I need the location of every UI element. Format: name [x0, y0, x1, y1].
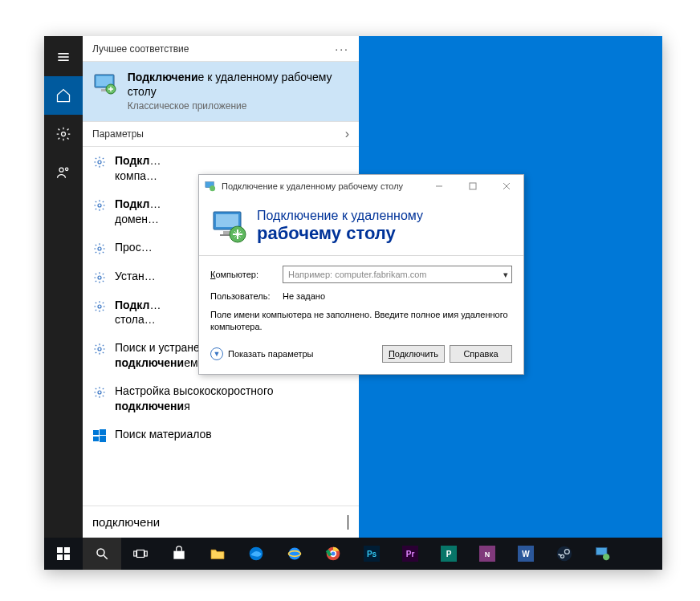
svg-point-16 — [98, 391, 101, 394]
result-item[interactable]: Настройка высокоскоростного подключения — [83, 377, 359, 420]
svg-rect-19 — [93, 437, 99, 441]
best-match-subtitle: Классическое приложение — [128, 100, 349, 113]
svg-rect-32 — [57, 547, 63, 553]
best-match-label: Лучшее соответствие — [92, 43, 189, 55]
svg-rect-34 — [57, 554, 63, 560]
connect-button[interactable]: Подключить — [382, 345, 445, 363]
minimize-button[interactable] — [422, 175, 456, 197]
svg-rect-17 — [93, 430, 99, 435]
svg-point-3 — [62, 132, 66, 136]
computer-label: Компьютер: — [210, 270, 276, 279]
svg-point-14 — [98, 305, 101, 308]
onenote-icon[interactable]: N — [468, 538, 507, 570]
svg-line-37 — [104, 555, 108, 559]
svg-point-15 — [98, 347, 101, 351]
svg-text:Ps: Ps — [367, 550, 377, 558]
best-match-result[interactable]: Подключение к удаленному рабочему столу … — [83, 62, 359, 121]
svg-rect-20 — [100, 436, 106, 442]
svg-point-42 — [289, 548, 301, 560]
close-button[interactable] — [490, 175, 523, 197]
rdp-hint-text: Поле имени компьютера не заполнено. Введ… — [210, 309, 512, 334]
edge-icon[interactable] — [237, 538, 275, 570]
svg-rect-28 — [216, 214, 238, 227]
rdp-window-icon — [204, 180, 217, 193]
premiere-icon[interactable]: Pr — [391, 538, 429, 570]
gear-icon — [92, 198, 107, 213]
svg-point-36 — [97, 549, 104, 556]
home-icon[interactable] — [44, 76, 83, 115]
chrome-icon[interactable] — [314, 538, 352, 570]
best-match-title: Подключение к удаленному рабочему столу — [128, 70, 349, 99]
result-label: Настройка высокоскоростного подключения — [115, 384, 349, 414]
computer-combobox[interactable]: Например: computer.fabrikam.com ▾ — [283, 266, 512, 283]
settings-section-label: Параметры — [92, 128, 144, 140]
rdp-taskbar-icon[interactable] — [584, 538, 622, 570]
rdp-title-text: Подключение к удаленному рабочему столу — [222, 181, 422, 191]
rdp-banner-icon — [210, 207, 249, 246]
show-options-link[interactable]: ▼ Показать параметры — [210, 347, 314, 360]
gear-icon — [92, 155, 107, 169]
rdp-app-icon — [92, 70, 120, 99]
best-match-header: Лучшее соответствие ··· — [83, 36, 359, 62]
svg-point-46 — [332, 552, 336, 556]
ie-icon[interactable] — [275, 538, 314, 570]
chevron-right-icon: › — [345, 127, 349, 141]
chevron-down-icon: ▾ — [503, 270, 508, 280]
gear-icon — [92, 270, 107, 285]
svg-point-11 — [98, 204, 101, 207]
more-icon[interactable]: ··· — [335, 43, 349, 55]
svg-point-4 — [59, 168, 63, 172]
svg-rect-39 — [134, 551, 136, 556]
rdp-window: Подключение к удаленному рабочему столу — [198, 174, 524, 375]
rdp-titlebar[interactable]: Подключение к удаленному рабочему столу — [199, 175, 523, 197]
gear-icon[interactable] — [44, 115, 83, 153]
word-icon[interactable]: W — [507, 538, 545, 570]
steam-icon[interactable] — [545, 538, 584, 570]
rdp-banner: Подключение к удаленному рабочему столу — [199, 197, 523, 256]
result-label: Поиск материалов — [115, 427, 349, 442]
show-options-label: Показать параметры — [228, 349, 314, 359]
svg-rect-33 — [64, 547, 70, 553]
rdp-banner-line1: Подключение к удаленному — [257, 208, 423, 223]
gear-icon — [92, 385, 107, 400]
svg-rect-35 — [64, 554, 70, 560]
gear-icon — [92, 342, 107, 356]
start-sidebar — [44, 36, 83, 538]
svg-rect-38 — [137, 550, 144, 558]
gear-icon — [92, 299, 107, 314]
svg-text:P: P — [446, 550, 452, 558]
svg-point-12 — [98, 247, 101, 250]
text-caret — [348, 515, 348, 530]
svg-text:W: W — [522, 550, 530, 558]
publisher-icon[interactable]: P — [429, 538, 468, 570]
result-item[interactable]: Поиск материалов — [83, 420, 359, 449]
rdp-banner-line2: рабочему столу — [257, 223, 423, 244]
photoshop-icon[interactable]: Ps — [352, 538, 391, 570]
start-button[interactable] — [44, 538, 83, 570]
svg-point-10 — [98, 160, 101, 164]
user-label: Пользователь: — [210, 291, 276, 301]
taskview-button[interactable] — [121, 538, 160, 570]
svg-point-57 — [557, 546, 572, 561]
search-input[interactable] — [92, 515, 349, 529]
menu-icon[interactable] — [44, 38, 83, 76]
svg-point-22 — [210, 185, 215, 191]
help-button[interactable]: Справка — [450, 345, 512, 363]
settings-section-header[interactable]: Параметры › — [83, 121, 359, 147]
expand-down-icon: ▼ — [210, 347, 223, 360]
people-icon[interactable] — [44, 153, 83, 192]
svg-point-13 — [98, 276, 101, 279]
explorer-icon[interactable] — [198, 538, 237, 570]
maximize-button[interactable] — [456, 175, 490, 197]
search-button[interactable] — [83, 538, 121, 570]
svg-text:N: N — [485, 550, 490, 558]
computer-placeholder: Например: computer.fabrikam.com — [288, 270, 427, 279]
svg-rect-18 — [100, 429, 106, 435]
search-row — [83, 506, 359, 538]
store-icon[interactable] — [160, 538, 198, 570]
taskbar: Ps Pr P N W — [44, 538, 662, 570]
windows-icon — [92, 428, 107, 443]
gear-icon — [92, 242, 107, 256]
svg-point-62 — [603, 554, 609, 560]
user-value: Не задано — [283, 291, 325, 301]
